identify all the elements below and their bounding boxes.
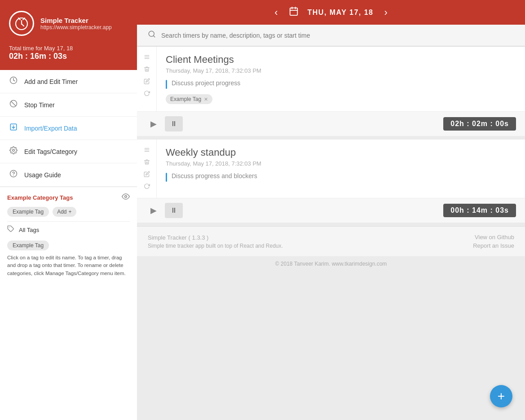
current-date-label: THU, MAY 17, 18 <box>308 9 374 17</box>
tags-accent-label: Tags <box>60 194 73 201</box>
usage-guide-label: Usage Guide <box>24 171 61 179</box>
timer-desc-text: Discuss project progress <box>172 79 240 87</box>
all-tags-example-chip[interactable]: Example Tag <box>7 241 49 250</box>
total-time-label: Total time for May 17, 18 <box>9 45 128 52</box>
stop-timer-label: Stop Timer <box>24 101 55 109</box>
sidebar-item-stop-timer[interactable]: Stop Timer <box>0 93 137 117</box>
timer-tag-chip[interactable]: Example Tag ✕ <box>166 94 212 104</box>
timer-description: Discuss progress and blockers <box>166 172 516 182</box>
timer-card: Weekly standup Thursday, May 17, 2018, 7… <box>137 140 525 223</box>
search-input[interactable] <box>161 32 514 39</box>
footer-info: Simple Tracker ( 1.3.3 ) Simple time tra… <box>148 234 283 249</box>
delete-timer-icon[interactable] <box>144 66 150 74</box>
delete-timer-icon[interactable] <box>144 159 150 166</box>
pause-button[interactable]: ⏸ <box>165 203 183 218</box>
timer-card: Client Meetings Thursday, May 17, 2018, … <box>137 47 525 136</box>
timer-desc-bar <box>166 80 167 89</box>
timer-date: Thursday, May 17, 2018, 7:32:03 PM <box>166 160 516 167</box>
footer-links: View on Github Report an Issue <box>473 234 514 249</box>
search-icon <box>148 30 156 40</box>
timer-footer: ▶ ⏸ 02h : 02m : 00s <box>137 111 525 136</box>
app-name: Simple Tracker <box>40 17 112 24</box>
app-logo <box>9 11 34 36</box>
timer-card-content: Client Meetings Thursday, May 17, 2018, … <box>157 47 525 111</box>
app-url: https://www.simpletracker.app <box>40 24 112 31</box>
total-time-section: Total time for May 17, 18 02h : 16m : 03… <box>0 45 137 70</box>
play-button[interactable]: ▶ <box>146 203 161 218</box>
clock-icon <box>9 76 18 87</box>
svg-line-7 <box>11 101 16 106</box>
calendar-icon[interactable] <box>289 6 299 18</box>
drag-handle-icon[interactable] <box>144 54 150 61</box>
timer-desc-bar <box>166 173 167 182</box>
footer-description: Simple time tracker app built on top of … <box>148 243 283 249</box>
play-button[interactable]: ▶ <box>146 116 161 131</box>
refresh-timer-icon[interactable] <box>144 183 150 191</box>
timer-card-controls <box>137 140 157 198</box>
sidebar-header: Simple Tracker https://www.simpletracker… <box>0 0 137 45</box>
sidebar-item-usage-guide[interactable]: Usage Guide <box>0 163 137 187</box>
refresh-timer-icon[interactable] <box>144 90 150 98</box>
page-footer: Simple Tracker ( 1.3.3 ) Simple time tra… <box>137 226 525 256</box>
sidebar-item-edit-tags[interactable]: Edit Tags/Category <box>0 140 137 163</box>
timer-controls-group: ▶ ⏸ <box>146 203 183 218</box>
tags-help-text: Click on a tag to edit its name. To tag … <box>7 254 130 277</box>
gear-icon <box>9 146 18 157</box>
timer-elapsed-display: 00h : 14m : 03s <box>443 204 516 217</box>
drag-handle-icon[interactable] <box>144 147 150 154</box>
main-content: ‹ THU, MAY 17, 18 › <box>137 0 525 420</box>
total-time-value: 02h : 16m : 03s <box>9 52 128 61</box>
import-export-label: Import/Export Data <box>24 125 77 132</box>
sidebar-item-add-edit-timer[interactable]: Add and Edit Timer <box>0 70 137 93</box>
timer-title: Client Meetings <box>166 54 516 66</box>
svg-line-2 <box>22 24 24 26</box>
remove-tag-icon[interactable]: ✕ <box>204 96 208 102</box>
help-icon <box>9 170 18 180</box>
tags-section-title: Example Category Tags <box>7 194 73 201</box>
sidebar-nav: Add and Edit Timer Stop Timer Import/Ex <box>0 70 137 420</box>
topbar: ‹ THU, MAY 17, 18 › <box>137 0 525 25</box>
edit-timer-icon[interactable] <box>144 171 150 179</box>
add-timer-fab[interactable]: + <box>490 385 512 407</box>
timer-card-body: Weekly standup Thursday, May 17, 2018, 7… <box>137 140 525 198</box>
sidebar: Simple Tracker https://www.simpletracker… <box>0 0 137 420</box>
all-tags-label: All Tags <box>19 227 39 233</box>
footer-version: ( 1.3.3 ) <box>189 234 209 241</box>
edit-timer-icon[interactable] <box>144 78 150 86</box>
svg-rect-15 <box>290 8 297 15</box>
tag-icon <box>7 225 14 234</box>
timer-footer: ▶ ⏸ 00h : 14m : 03s <box>137 198 525 223</box>
github-link[interactable]: View on Github <box>475 234 514 241</box>
add-tag-button[interactable]: Add + <box>53 207 76 217</box>
svg-point-13 <box>125 196 127 198</box>
search-bar <box>137 25 525 47</box>
svg-line-20 <box>153 35 154 37</box>
all-tags-row: All Tags <box>7 221 130 238</box>
pause-button[interactable]: ⏸ <box>165 116 183 131</box>
timer-title: Weekly standup <box>166 147 516 158</box>
timer-date: Thursday, May 17, 2018, 7:32:03 PM <box>166 67 516 74</box>
example-tag-chip[interactable]: Example Tag <box>7 207 49 217</box>
sidebar-item-import-export[interactable]: Import/Export Data <box>0 117 137 140</box>
timer-card-controls <box>137 47 157 111</box>
svg-point-10 <box>13 149 15 152</box>
tag-add-row: Example Tag Add + <box>7 207 130 217</box>
visibility-toggle-icon[interactable] <box>122 192 130 202</box>
timer-card-content: Weekly standup Thursday, May 17, 2018, 7… <box>157 140 525 198</box>
timer-controls-group: ▶ ⏸ <box>146 116 183 131</box>
download-icon <box>9 123 18 133</box>
timer-description: Discuss project progress <box>166 79 516 89</box>
tags-section: Example Category Tags Example Tag Add + <box>0 187 137 283</box>
footer-app-name: Simple Tracker ( 1.3.3 ) <box>148 234 283 241</box>
stop-icon <box>9 100 18 110</box>
timer-card-body: Client Meetings Thursday, May 17, 2018, … <box>137 47 525 111</box>
issue-link[interactable]: Report an Issue <box>473 242 514 249</box>
sidebar-app-info: Simple Tracker https://www.simpletracker… <box>40 17 112 31</box>
edit-tags-label: Edit Tags/Category <box>24 148 77 155</box>
timer-elapsed-display: 02h : 02m : 00s <box>443 117 516 131</box>
timers-area: Client Meetings Thursday, May 17, 2018, … <box>137 47 525 420</box>
copyright-bar: © 2018 Tanveer Karim. www.tkarimdesign.c… <box>137 256 525 271</box>
prev-day-button[interactable]: ‹ <box>273 7 279 18</box>
tags-section-header: Example Category Tags <box>7 192 130 202</box>
next-day-button[interactable]: › <box>383 7 389 18</box>
